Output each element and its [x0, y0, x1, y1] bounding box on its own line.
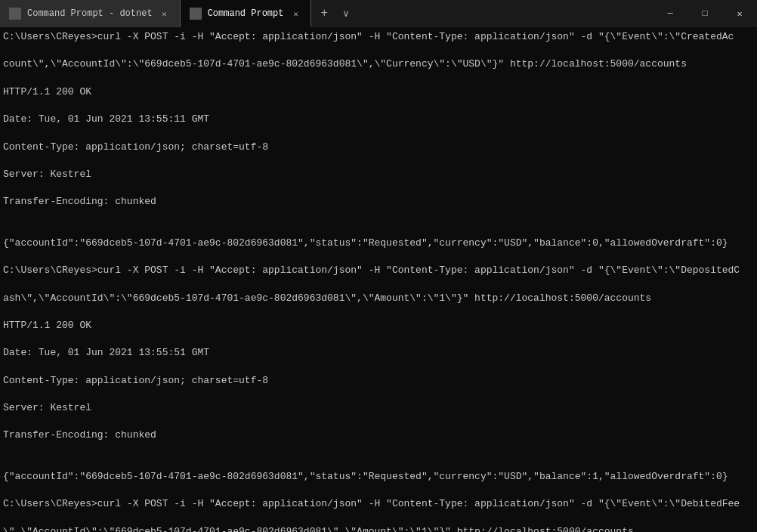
terminal-line: Content-Type: application/json; charset=…	[3, 374, 754, 388]
terminal-line: Content-Type: application/json; charset=…	[3, 141, 754, 154]
terminal-line: ash\",\"AccountId\":\"669dceb5-107d-4701…	[3, 292, 754, 305]
terminal-line: C:\Users\CReyes>curl -X POST -i -H "Acce…	[3, 264, 754, 277]
terminal-line: HTTP/1.1 200 OK	[3, 85, 754, 99]
tab-dropdown-button[interactable]: ∨	[337, 0, 355, 27]
terminal-line: Server: Kestrel	[3, 401, 754, 415]
title-bar: Command Prompt - dotnet ✕ Command Prompt…	[0, 0, 757, 27]
terminal-line: C:\Users\CReyes>curl -X POST -i -H "Acce…	[3, 30, 754, 44]
maximize-button[interactable]: □	[687, 0, 722, 27]
tab1-close-button[interactable]: ✕	[159, 8, 171, 20]
tab-container: Command Prompt - dotnet ✕ Command Prompt…	[0, 0, 653, 27]
terminal-content: C:\Users\CReyes>curl -X POST -i -H "Acce…	[0, 27, 757, 532]
terminal-line: {"accountId":"669dceb5-107d-4701-ae9c-80…	[3, 470, 754, 484]
terminal-line: HTTP/1.1 200 OK	[3, 319, 754, 332]
terminal-line: Transfer-Encoding: chunked	[3, 195, 754, 209]
terminal-line: {"accountId":"669dceb5-107d-4701-ae9c-80…	[3, 237, 754, 250]
tab-command-prompt-dotnet[interactable]: Command Prompt - dotnet ✕	[0, 0, 181, 27]
tab1-label: Command Prompt - dotnet	[27, 8, 153, 19]
terminal-line: C:\Users\CReyes>curl -X POST -i -H "Acce…	[3, 497, 754, 511]
terminal-line: \",\"AccountId\":\"669dceb5-107d-4701-ae…	[3, 525, 754, 532]
minimize-button[interactable]: ─	[653, 0, 687, 27]
terminal-icon-2	[190, 8, 202, 20]
terminal-line: Date: Tue, 01 Jun 2021 13:55:51 GMT	[3, 346, 754, 360]
tab-command-prompt[interactable]: Command Prompt ✕	[181, 0, 312, 27]
new-tab-button[interactable]: +	[311, 0, 337, 27]
close-button[interactable]: ✕	[722, 0, 757, 27]
terminal-icon-1	[9, 8, 21, 20]
window-controls: ─ □ ✕	[653, 0, 757, 27]
terminal-line: Server: Kestrel	[3, 168, 754, 181]
terminal-line: Date: Tue, 01 Jun 2021 13:55:11 GMT	[3, 113, 754, 126]
terminal-line: Transfer-Encoding: chunked	[3, 428, 754, 442]
terminal-line: count\",\"AccountId\":\"669dceb5-107d-47…	[3, 57, 754, 71]
tab2-label: Command Prompt	[208, 8, 284, 19]
tab2-close-button[interactable]: ✕	[289, 8, 301, 20]
